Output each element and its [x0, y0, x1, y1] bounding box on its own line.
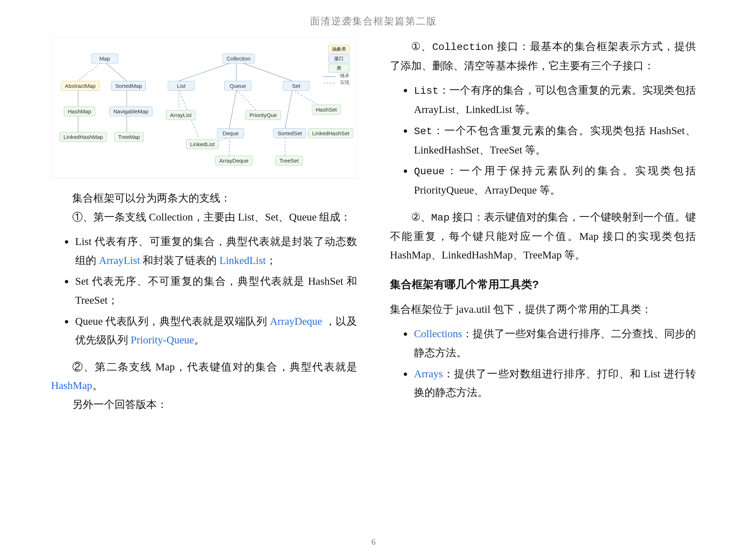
svg-line-1: [103, 61, 127, 81]
code-list: List: [414, 85, 438, 97]
link-priorityqueue[interactable]: Priority-Queue: [131, 334, 194, 346]
left-bullet-list: List 代表有序、可重复的集合，典型代表就是封装了动态数组的 ArrayLis…: [74, 232, 357, 270]
svg-line-6: [179, 61, 236, 81]
svg-line-16: [285, 90, 292, 128]
right-li-collections: Collections：提供了一些对集合进行排序、二分查找、同步的静态方法。: [413, 324, 696, 362]
node-deque: Deque: [217, 128, 244, 138]
text: ：一个有序的集合，可以包含重复的元素。实现类包括 ArrayList、Linke…: [414, 84, 696, 115]
left-bullet-set: Set 代表无序、不可重复的集合，典型代表就是 HashSet 和 TreeSe…: [74, 272, 357, 310]
node-treemap: TreeMap: [114, 132, 144, 142]
node-arraylist: ArrayList: [166, 110, 196, 120]
link-hashmap[interactable]: HashMap: [51, 380, 92, 391]
node-sortedset: SortedSet: [274, 128, 306, 138]
left-column: Map Collection AbstractMap SortedMap Lis…: [51, 37, 357, 414]
svg-line-11: [236, 90, 258, 112]
text: ②、第二条支线 Map，代表键值对的集合，典型代表就是: [72, 361, 357, 373]
text: 和封装了链表的: [140, 254, 220, 266]
text: ：一个用于保持元素队列的集合。实现类包括 PriorityQueue、Array…: [414, 165, 696, 196]
right-p3: 集合框架位于 java.util 包下，提供了两个常用的工具类：: [390, 300, 696, 319]
text: 。: [92, 380, 103, 391]
text: ；: [266, 254, 276, 266]
left-line1: ①、第一条支线 Collection，主要由 List、Set、Queue 组成…: [51, 208, 357, 227]
legend-class: 类: [328, 64, 349, 73]
node-abstractmap: AbstractMap: [61, 81, 100, 91]
node-collection: Collection: [222, 54, 255, 63]
text: ①、: [411, 40, 432, 52]
legend-inherit: 继承: [340, 73, 349, 79]
link-arrays[interactable]: Arrays: [414, 368, 443, 380]
right-li-list: List：一个有序的集合，可以包含重复的元素。实现类包括 ArrayList、L…: [413, 81, 696, 119]
text: Queue 代表队列，典型代表就是双端队列: [75, 315, 270, 327]
text: ②、: [411, 211, 431, 223]
legend-interface: 接口: [328, 54, 349, 63]
right-p1: ①、Collection 接口：最基本的集合框架表示方式，提供了添加、删除、清空…: [390, 37, 696, 75]
svg-line-12: [229, 90, 237, 128]
left-intro: 集合框架可以分为两条大的支线：: [51, 189, 357, 208]
node-sortedmap: SortedMap: [111, 81, 146, 91]
node-hashset: HashSet: [312, 105, 341, 114]
text: 。: [194, 334, 205, 346]
node-hashmap: HashMap: [64, 106, 95, 116]
node-linkedhashmap: LinkedHashMap: [59, 132, 107, 142]
code-collection: Collection: [432, 42, 494, 53]
link-arraydeque[interactable]: ArrayDeque: [270, 315, 322, 327]
right-li-set: Set：一个不包含重复元素的集合。实现类包括 HashSet、LinkedHas…: [413, 121, 696, 159]
text: ：提供了一些对数组进行排序、打印、和 List 进行转换的静态方法。: [414, 368, 696, 398]
collection-diagram: Map Collection AbstractMap SortedMap Lis…: [51, 37, 357, 178]
section-heading-tools: 集合框架有哪几个常用工具类?: [390, 277, 696, 292]
legend-impl: 实现: [340, 79, 349, 86]
text: ：一个不包含重复元素的集合。实现类包括 HashSet、LinkedHashSe…: [414, 125, 696, 156]
link-linkedlist[interactable]: LinkedList: [220, 254, 266, 266]
code-set: Set: [414, 126, 432, 137]
link-arraylist[interactable]: ArrayList: [99, 254, 140, 266]
node-queue: Queue: [224, 81, 251, 91]
svg-line-15: [292, 90, 321, 106]
right-li-queue: Queue：一个用于保持元素队列的集合。实现类包括 PriorityQueue、…: [413, 162, 696, 199]
node-set: Set: [283, 81, 310, 91]
node-treeset: TreeSet: [275, 156, 303, 166]
right-column: ①、Collection 接口：最基本的集合框架表示方式，提供了添加、删除、清空…: [390, 37, 696, 414]
right-li-arrays: Arrays：提供了一些对数组进行排序、打印、和 List 进行转换的静态方法。: [413, 365, 696, 402]
left-line2: ②、第二条支线 Map，代表键值对的集合，典型代表就是 HashMap。: [51, 358, 357, 395]
svg-line-0: [78, 61, 103, 81]
node-arraydeque: ArrayDeque: [215, 156, 252, 166]
legend-abstract: 抽象类: [328, 45, 349, 54]
svg-line-8: [236, 61, 292, 81]
node-navigablemap: NavigableMap: [109, 106, 152, 116]
page-number: 6: [0, 537, 747, 547]
node-linkedhashset: LinkedHashSet: [308, 128, 353, 138]
left-line3: 另外一个回答版本：: [51, 395, 357, 414]
node-list: List: [168, 81, 195, 91]
left-bullet-queue: Queue 代表队列，典型代表就是双端队列 ArrayDeque ，以及优先级队…: [74, 312, 357, 350]
right-p2: ②、Map 接口：表示键值对的集合，一个键映射到一个值。键不能重复，每个键只能对…: [390, 208, 696, 265]
code-map: Map: [431, 212, 449, 223]
node-priorityque: PriorityQue: [245, 110, 281, 120]
node-linkedlist: LinkedList: [186, 139, 219, 149]
page-header: 面渣逆袭集合框架篇第二版: [51, 15, 696, 28]
node-map: Map: [91, 54, 118, 63]
link-collections[interactable]: Collections: [414, 328, 462, 339]
code-queue: Queue: [414, 166, 445, 177]
